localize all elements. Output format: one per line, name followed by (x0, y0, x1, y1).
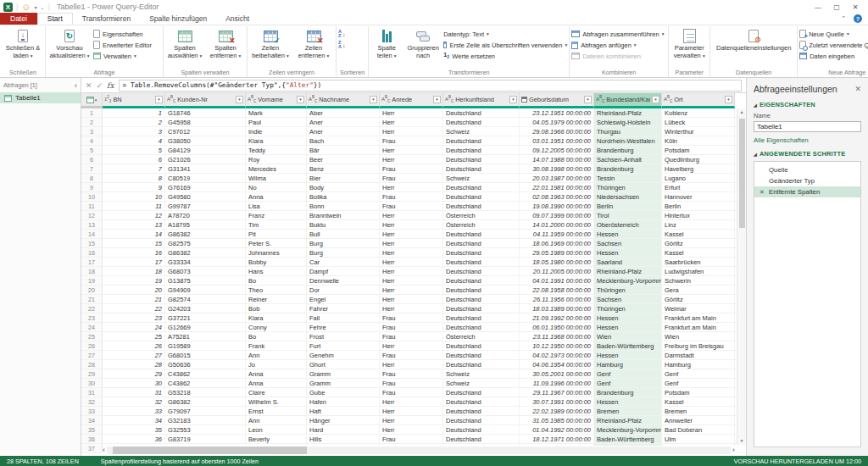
cell[interactable]: 6 (103, 155, 165, 164)
cell[interactable]: Herr (380, 220, 443, 229)
scroll-right-icon[interactable]: › (732, 446, 735, 454)
cell[interactable]: Aber (307, 108, 380, 117)
cell[interactable]: Koblenz (662, 108, 735, 117)
cell[interactable]: Herr (380, 407, 443, 415)
cell[interactable]: 26 (103, 341, 165, 350)
cell[interactable]: Reiner (246, 295, 307, 303)
vertical-scrollbar[interactable]: ▲ ▼ (737, 108, 746, 445)
cell[interactable]: G37221 (165, 313, 246, 322)
cell[interactable]: Herr (380, 211, 443, 219)
cell[interactable]: Frau (380, 164, 443, 173)
cell[interactable]: Köln (662, 136, 735, 145)
cell[interactable]: Görlitz (662, 239, 735, 247)
cell[interactable]: Burg (307, 248, 380, 257)
cell[interactable]: Tessin (594, 174, 662, 182)
cell[interactable]: Herr (380, 118, 443, 126)
cell[interactable]: Paul (246, 118, 307, 126)
filter-dropdown-icon[interactable]: ▼ (297, 96, 304, 103)
row-number[interactable]: 32 (81, 397, 103, 406)
cell[interactable]: Freiburg im Breisgau (662, 341, 735, 350)
cell[interactable]: Klara (246, 136, 307, 145)
cell[interactable]: Deutschland (443, 295, 520, 303)
cell[interactable]: Tirol (594, 211, 662, 219)
cell[interactable]: Brandenburg (594, 146, 662, 154)
cell[interactable]: 2 (103, 118, 165, 126)
cell[interactable]: Anna (246, 379, 307, 387)
cell[interactable]: Roy (246, 155, 307, 164)
filter-dropdown-icon[interactable]: ▼ (725, 96, 732, 103)
cell[interactable]: Herr (380, 295, 443, 303)
tab-add-column[interactable]: Spalte hinzufügen (140, 13, 216, 25)
close-button[interactable]: ✕ (846, 2, 865, 13)
filter-dropdown-icon[interactable]: ▼ (370, 96, 377, 103)
cell[interactable]: Deutschland (443, 230, 520, 238)
cell[interactable]: 19.08.1990 00:00:00 (520, 202, 594, 210)
cell[interactable]: Genf (594, 379, 662, 387)
cell[interactable]: Frankfurt am Main (662, 313, 735, 322)
cell[interactable]: Thüringen (594, 183, 662, 191)
merge-queries-button[interactable]: Abfragen zusammenführen ▾ (571, 29, 666, 39)
cell[interactable]: G19589 (165, 341, 246, 350)
text-type-icon[interactable]: ABC (664, 96, 672, 104)
cell[interactable]: Linz (662, 220, 735, 229)
cell[interactable]: Brandenburg (594, 164, 662, 173)
cell[interactable]: Rheinland-Pfalz (594, 267, 662, 275)
cell[interactable]: C43862 (165, 369, 246, 378)
help-icon[interactable]: ? (854, 14, 862, 23)
column-header-kunden-nr[interactable]: ABCKunden-Nr▼ (165, 93, 246, 108)
cell[interactable]: Mark (246, 108, 307, 117)
cell[interactable]: 36 (103, 435, 165, 443)
cell[interactable]: Kassel (662, 397, 735, 406)
cell[interactable]: Peter S. (246, 239, 307, 247)
cell[interactable]: 33 (103, 407, 165, 415)
cell[interactable]: Lübeck (662, 118, 735, 126)
row-number[interactable]: 4 (81, 136, 103, 145)
choose-columns-button[interactable]: Spalten auswählen ▾ (165, 27, 204, 59)
cell[interactable]: Aner (307, 118, 380, 126)
restore-button[interactable]: ▢ (827, 2, 846, 13)
cell[interactable]: Dor (307, 286, 380, 294)
delete-step-icon[interactable]: ✕ (758, 189, 766, 196)
cell[interactable]: 22 (103, 304, 165, 313)
text-type-icon[interactable]: ABC (445, 96, 453, 104)
cell[interactable]: 31.05.1985 00:00:00 (520, 416, 594, 424)
cell[interactable]: Deutschland (443, 416, 520, 424)
cell[interactable]: Potsdam (662, 388, 735, 397)
cell[interactable]: 09.07.1999 00:00:00 (520, 211, 594, 219)
cell[interactable]: G94909 (165, 286, 246, 294)
cell[interactable]: 5 (103, 146, 165, 154)
cell[interactable]: Deutschland (443, 351, 520, 359)
cell[interactable]: Deutschland (443, 304, 520, 313)
cell[interactable]: 30.05.2001 00:00:00 (520, 369, 594, 378)
cell[interactable]: Herr (380, 239, 443, 247)
cell[interactable]: Ann (246, 351, 307, 359)
cell[interactable]: Bremen (662, 407, 735, 415)
cell[interactable]: Deutschland (443, 202, 520, 210)
cell[interactable]: 22.02.1989 00:00:00 (520, 407, 594, 415)
row-number[interactable]: 24 (81, 323, 103, 331)
cell[interactable]: G76169 (165, 183, 246, 191)
collapse-section-icon[interactable]: ◢ (754, 152, 757, 157)
cell[interactable]: G32183 (165, 416, 246, 424)
cell[interactable]: Frau (380, 202, 443, 210)
row-number[interactable]: 25 (81, 332, 103, 341)
cell[interactable]: Hessen (594, 323, 662, 331)
cell[interactable]: Hessen (594, 230, 662, 238)
cell[interactable]: Bo (246, 276, 307, 285)
cell[interactable]: Ernst (246, 407, 307, 415)
cell[interactable]: Deutschland (443, 341, 520, 350)
formula-input[interactable]: = Table.RemoveColumns(#"Geänderter Typ",… (119, 80, 742, 92)
cell[interactable]: Gube (307, 388, 380, 397)
cell[interactable]: A18795 (165, 220, 246, 229)
cell[interactable]: Deutschland (443, 425, 520, 434)
cell[interactable]: G18746 (165, 108, 246, 117)
cell[interactable]: G45958 (165, 118, 246, 126)
cell[interactable]: 34 (103, 416, 165, 424)
cell[interactable]: Bo (246, 332, 307, 341)
cell[interactable]: Frau (380, 388, 443, 397)
cell[interactable]: Frau (380, 435, 443, 443)
cell[interactable]: 23 (103, 313, 165, 322)
cell[interactable]: Deutschland (443, 313, 520, 322)
scroll-up-icon[interactable]: ▲ (740, 108, 744, 116)
cell[interactable]: Saarland (594, 258, 662, 266)
